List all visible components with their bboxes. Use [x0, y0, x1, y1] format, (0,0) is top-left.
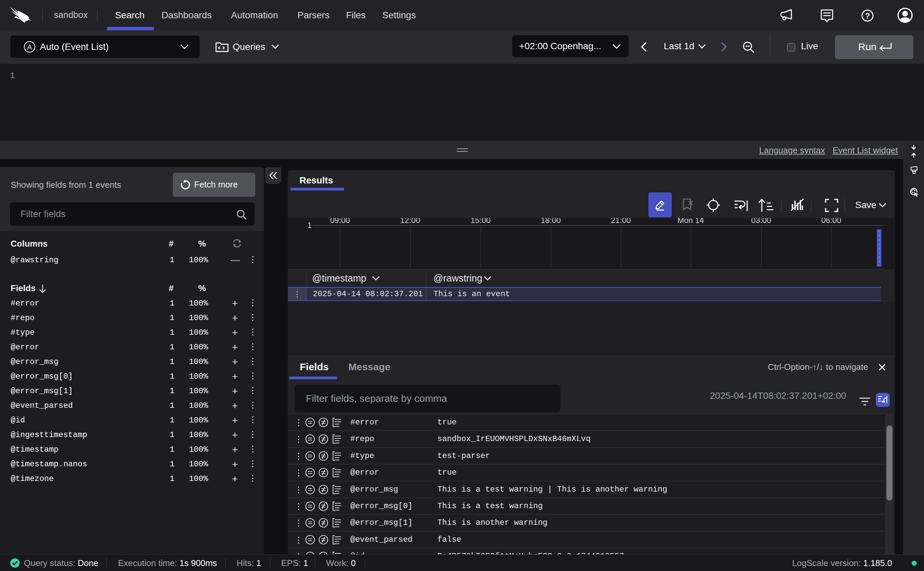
svg-text:?: ?	[865, 11, 870, 20]
svg-text:Mon 14: Mon 14	[677, 218, 704, 225]
svg-text:06:00: 06:00	[821, 218, 841, 225]
svg-text:12:00: 12:00	[400, 218, 420, 225]
svg-text:09:00: 09:00	[330, 218, 350, 225]
svg-text:18:00: 18:00	[541, 218, 561, 225]
svg-text:1: 1	[307, 221, 312, 230]
svg-text:15:00: 15:00	[470, 218, 491, 225]
svg-text:21:00: 21:00	[611, 218, 631, 225]
svg-text:A: A	[27, 43, 32, 51]
svg-text:03:00: 03:00	[751, 218, 771, 225]
